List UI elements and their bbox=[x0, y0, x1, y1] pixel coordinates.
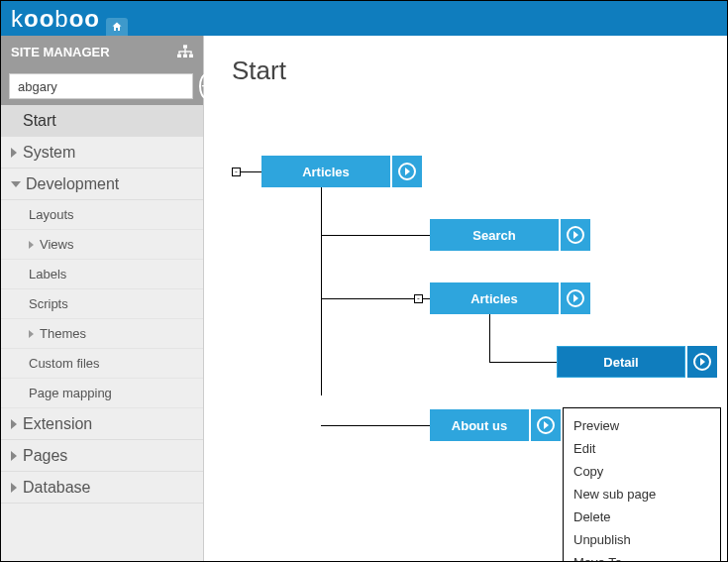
caret-icon bbox=[11, 451, 17, 461]
svg-rect-3 bbox=[189, 55, 193, 57]
tree-node-articles-root[interactable]: Articles bbox=[261, 156, 422, 187]
tree-node-articles-child[interactable]: Articles bbox=[430, 282, 590, 314]
context-menu-move-to[interactable]: Move To bbox=[564, 551, 720, 561]
tree-node-label: Articles bbox=[430, 282, 559, 314]
subnav-views[interactable]: Views bbox=[1, 230, 203, 260]
svg-rect-8 bbox=[190, 52, 191, 55]
sitemap-tree: - Articles Search - Articles bbox=[232, 126, 699, 542]
subnav-scripts[interactable]: Scripts bbox=[1, 289, 203, 319]
nav-development-children: Layouts Views Labels Scripts Themes Cust… bbox=[1, 200, 203, 408]
caret-down-icon bbox=[11, 181, 21, 187]
nav-label: Database bbox=[23, 479, 91, 497]
context-menu-delete[interactable]: Delete bbox=[564, 506, 720, 528]
context-menu-preview[interactable]: Preview bbox=[564, 414, 720, 437]
arrow-right-icon bbox=[693, 353, 711, 371]
site-selector-row: + bbox=[1, 67, 203, 105]
tree-node-action[interactable] bbox=[561, 219, 590, 251]
nav-label: Extension bbox=[23, 415, 92, 433]
tree-connector bbox=[321, 298, 414, 299]
context-menu: Preview Edit Copy New sub page Delete Un… bbox=[563, 407, 721, 561]
tree-connector bbox=[489, 362, 557, 363]
context-menu-unpublish[interactable]: Unpublish bbox=[564, 528, 720, 551]
tree-connector bbox=[241, 171, 261, 172]
context-menu-edit[interactable]: Edit bbox=[564, 437, 720, 460]
tree-expander-articles[interactable]: - bbox=[414, 294, 423, 303]
subnav-labels[interactable]: Labels bbox=[1, 260, 203, 289]
caret-icon bbox=[29, 330, 34, 338]
subnav-themes[interactable]: Themes bbox=[1, 319, 203, 349]
arrow-right-icon bbox=[567, 226, 584, 244]
nav-pages[interactable]: Pages bbox=[1, 440, 203, 472]
subnav-page-mapping[interactable]: Page mapping bbox=[1, 379, 203, 408]
subnav-layouts[interactable]: Layouts bbox=[1, 200, 203, 230]
sidebar-nav: Start System Development Layouts Views L… bbox=[1, 105, 203, 504]
page-title: Start bbox=[232, 56, 699, 86]
nav-database[interactable]: Database bbox=[1, 472, 203, 504]
svg-rect-6 bbox=[178, 52, 179, 55]
arrow-right-icon bbox=[398, 163, 416, 180]
nav-development[interactable]: Development bbox=[1, 169, 203, 200]
nav-extension[interactable]: Extension bbox=[1, 408, 203, 440]
nav-start[interactable]: Start bbox=[1, 105, 203, 137]
caret-icon bbox=[11, 148, 17, 158]
context-menu-copy[interactable]: Copy bbox=[564, 460, 720, 483]
nav-label: Development bbox=[26, 175, 119, 193]
tree-node-label: Search bbox=[430, 219, 559, 251]
tree-connector bbox=[321, 235, 430, 236]
tree-node-about-us[interactable]: About us bbox=[430, 409, 561, 441]
arrow-right-icon bbox=[537, 416, 555, 434]
nav-label: Pages bbox=[23, 447, 67, 465]
tree-node-label: Detail bbox=[557, 346, 685, 378]
arrow-right-icon bbox=[567, 289, 584, 307]
tree-connector bbox=[423, 298, 430, 299]
tree-connector bbox=[321, 425, 430, 426]
home-icon bbox=[111, 21, 123, 33]
app-logo: kooboo bbox=[11, 5, 100, 33]
svg-rect-2 bbox=[183, 55, 187, 57]
sidebar: SITE MANAGER + Start System Deve bbox=[1, 36, 204, 561]
site-input[interactable] bbox=[9, 73, 193, 99]
tree-node-action[interactable] bbox=[392, 156, 422, 187]
home-tab[interactable] bbox=[106, 18, 128, 36]
tree-node-action[interactable] bbox=[687, 346, 717, 378]
caret-icon bbox=[29, 241, 34, 249]
tree-expander-root[interactable]: - bbox=[232, 168, 241, 176]
tree-connector bbox=[489, 314, 490, 362]
context-menu-new-sub-page[interactable]: New sub page bbox=[564, 483, 720, 506]
content-area: Start - Articles Search - Arti bbox=[204, 36, 727, 561]
tree-node-label: Articles bbox=[261, 156, 390, 187]
caret-icon bbox=[11, 483, 17, 493]
sidebar-title: SITE MANAGER bbox=[11, 45, 110, 59]
subnav-custom-files[interactable]: Custom files bbox=[1, 349, 203, 379]
svg-rect-1 bbox=[177, 55, 181, 57]
tree-node-action[interactable] bbox=[561, 282, 590, 314]
tree-connector bbox=[321, 187, 322, 395]
tree-node-action[interactable] bbox=[531, 409, 561, 441]
svg-rect-0 bbox=[183, 45, 187, 48]
nav-system[interactable]: System bbox=[1, 137, 203, 169]
nav-label: Start bbox=[23, 112, 56, 130]
sidebar-header: SITE MANAGER bbox=[1, 36, 203, 67]
tree-node-detail[interactable]: Detail bbox=[557, 346, 717, 378]
sitemap-icon[interactable] bbox=[177, 45, 193, 58]
nav-label: System bbox=[23, 144, 75, 162]
svg-rect-7 bbox=[184, 52, 185, 55]
caret-icon bbox=[11, 419, 17, 429]
tree-node-label: About us bbox=[430, 409, 529, 441]
app-header: kooboo bbox=[1, 1, 727, 36]
tree-node-search[interactable]: Search bbox=[430, 219, 590, 251]
